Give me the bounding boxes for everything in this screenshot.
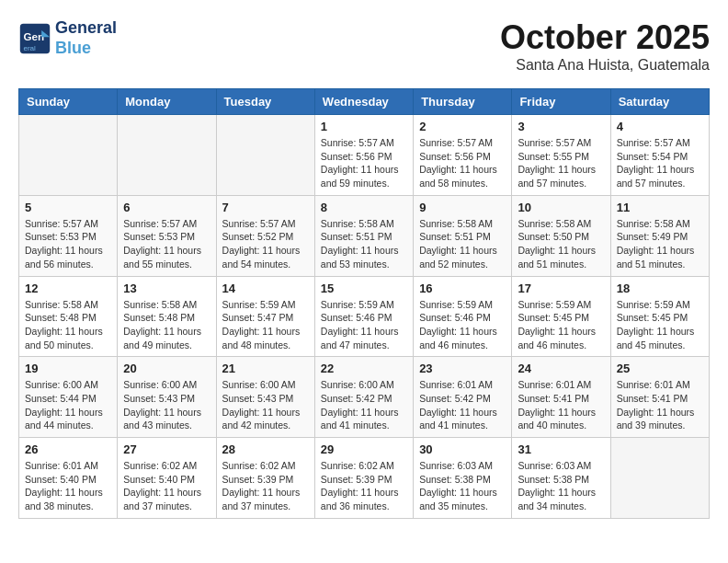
calendar-cell: 13Sunrise: 5:58 AMSunset: 5:48 PMDayligh…: [118, 276, 216, 357]
day-info: Sunrise: 5:59 AMSunset: 5:46 PMDaylight:…: [419, 298, 506, 352]
calendar-cell: 25Sunrise: 6:01 AMSunset: 5:41 PMDayligh…: [610, 357, 709, 438]
day-info: Sunrise: 6:03 AMSunset: 5:38 PMDaylight:…: [518, 459, 604, 513]
calendar-cell: 1Sunrise: 5:57 AMSunset: 5:56 PMDaylight…: [314, 115, 413, 196]
day-number: 28: [222, 442, 309, 456]
calendar-week-row: 19Sunrise: 6:00 AMSunset: 5:44 PMDayligh…: [19, 357, 710, 438]
calendar-cell: 21Sunrise: 6:00 AMSunset: 5:43 PMDayligh…: [216, 357, 314, 438]
day-info: Sunrise: 6:02 AMSunset: 5:39 PMDaylight:…: [222, 459, 309, 513]
logo-icon: Gen eral: [18, 22, 51, 55]
day-number: 13: [123, 282, 210, 295]
weekday-header: Sunday: [19, 89, 118, 115]
calendar-cell: [118, 115, 216, 196]
day-number: 31: [518, 442, 604, 456]
day-number: 18: [617, 282, 703, 295]
calendar-cell: 17Sunrise: 5:59 AMSunset: 5:45 PMDayligh…: [512, 276, 610, 357]
day-info: Sunrise: 5:59 AMSunset: 5:45 PMDaylight:…: [518, 298, 604, 352]
weekday-header: Thursday: [414, 89, 512, 115]
day-number: 25: [617, 362, 703, 375]
weekday-header: Friday: [512, 89, 610, 115]
day-number: 10: [518, 201, 604, 214]
day-info: Sunrise: 6:01 AMSunset: 5:42 PMDaylight:…: [419, 378, 506, 432]
calendar-cell: 8Sunrise: 5:58 AMSunset: 5:51 PMDaylight…: [314, 195, 413, 276]
location-subtitle: Santa Ana Huista, Guatemala: [500, 57, 710, 74]
day-number: 3: [518, 120, 604, 133]
svg-text:eral: eral: [23, 43, 36, 52]
calendar-cell: 30Sunrise: 6:03 AMSunset: 5:38 PMDayligh…: [414, 438, 512, 519]
day-number: 29: [321, 442, 407, 456]
weekday-header: Saturday: [610, 89, 709, 115]
calendar-week-row: 12Sunrise: 5:58 AMSunset: 5:48 PMDayligh…: [19, 276, 710, 357]
day-info: Sunrise: 6:03 AMSunset: 5:38 PMDaylight:…: [419, 459, 506, 513]
day-info: Sunrise: 5:57 AMSunset: 5:56 PMDaylight:…: [419, 136, 506, 190]
weekday-header: Wednesday: [314, 89, 413, 115]
day-info: Sunrise: 5:58 AMSunset: 5:48 PMDaylight:…: [25, 298, 111, 352]
day-info: Sunrise: 6:01 AMSunset: 5:41 PMDaylight:…: [518, 378, 604, 432]
day-info: Sunrise: 6:01 AMSunset: 5:40 PMDaylight:…: [25, 459, 111, 513]
day-info: Sunrise: 5:57 AMSunset: 5:54 PMDaylight:…: [617, 136, 703, 190]
day-number: 30: [419, 442, 506, 456]
day-number: 7: [222, 201, 309, 214]
day-info: Sunrise: 5:58 AMSunset: 5:51 PMDaylight:…: [419, 217, 506, 271]
day-number: 14: [222, 282, 309, 295]
logo-line1: General: [55, 18, 117, 39]
day-info: Sunrise: 6:02 AMSunset: 5:39 PMDaylight:…: [321, 459, 407, 513]
calendar-cell: 9Sunrise: 5:58 AMSunset: 5:51 PMDaylight…: [414, 195, 512, 276]
calendar-week-row: 1Sunrise: 5:57 AMSunset: 5:56 PMDaylight…: [19, 115, 710, 196]
calendar-cell: 3Sunrise: 5:57 AMSunset: 5:55 PMDaylight…: [512, 115, 610, 196]
day-info: Sunrise: 6:01 AMSunset: 5:41 PMDaylight:…: [617, 378, 703, 432]
day-number: 23: [419, 362, 506, 375]
day-info: Sunrise: 6:00 AMSunset: 5:44 PMDaylight:…: [25, 378, 111, 432]
calendar-cell: 16Sunrise: 5:59 AMSunset: 5:46 PMDayligh…: [414, 276, 512, 357]
day-info: Sunrise: 5:59 AMSunset: 5:47 PMDaylight:…: [222, 298, 309, 352]
day-number: 15: [321, 282, 407, 295]
calendar-cell: 20Sunrise: 6:00 AMSunset: 5:43 PMDayligh…: [118, 357, 216, 438]
day-info: Sunrise: 5:58 AMSunset: 5:49 PMDaylight:…: [617, 217, 703, 271]
calendar-cell: 2Sunrise: 5:57 AMSunset: 5:56 PMDaylight…: [414, 115, 512, 196]
weekday-row: SundayMondayTuesdayWednesdayThursdayFrid…: [19, 89, 710, 115]
day-number: 6: [123, 201, 210, 214]
day-number: 21: [222, 362, 309, 375]
day-number: 4: [617, 120, 703, 133]
calendar-cell: 23Sunrise: 6:01 AMSunset: 5:42 PMDayligh…: [414, 357, 512, 438]
day-info: Sunrise: 5:58 AMSunset: 5:50 PMDaylight:…: [518, 217, 604, 271]
calendar-cell: 14Sunrise: 5:59 AMSunset: 5:47 PMDayligh…: [216, 276, 314, 357]
calendar-cell: 15Sunrise: 5:59 AMSunset: 5:46 PMDayligh…: [314, 276, 413, 357]
calendar-cell: [19, 115, 118, 196]
day-number: 16: [419, 282, 506, 295]
day-info: Sunrise: 5:59 AMSunset: 5:46 PMDaylight:…: [321, 298, 407, 352]
day-info: Sunrise: 5:57 AMSunset: 5:53 PMDaylight:…: [25, 217, 111, 271]
calendar-cell: 5Sunrise: 5:57 AMSunset: 5:53 PMDaylight…: [19, 195, 118, 276]
page-header: Gen eral General Blue October 2025 Santa…: [18, 18, 710, 74]
calendar-cell: [216, 115, 314, 196]
calendar-body: 1Sunrise: 5:57 AMSunset: 5:56 PMDaylight…: [19, 115, 710, 519]
logo: Gen eral General Blue: [18, 18, 117, 58]
day-info: Sunrise: 6:00 AMSunset: 5:42 PMDaylight:…: [321, 378, 407, 432]
day-number: 24: [518, 362, 604, 375]
title-block: October 2025 Santa Ana Huista, Guatemala: [500, 18, 710, 74]
day-info: Sunrise: 6:00 AMSunset: 5:43 PMDaylight:…: [123, 378, 210, 432]
calendar-cell: 6Sunrise: 5:57 AMSunset: 5:53 PMDaylight…: [118, 195, 216, 276]
calendar-table: SundayMondayTuesdayWednesdayThursdayFrid…: [18, 88, 710, 519]
day-number: 11: [617, 201, 703, 214]
day-info: Sunrise: 5:57 AMSunset: 5:55 PMDaylight:…: [518, 136, 604, 190]
calendar-cell: 26Sunrise: 6:01 AMSunset: 5:40 PMDayligh…: [19, 438, 118, 519]
day-number: 19: [25, 362, 111, 375]
day-info: Sunrise: 5:57 AMSunset: 5:53 PMDaylight:…: [123, 217, 210, 271]
day-number: 26: [25, 442, 111, 456]
calendar-cell: 10Sunrise: 5:58 AMSunset: 5:50 PMDayligh…: [512, 195, 610, 276]
day-number: 27: [123, 442, 210, 456]
month-title: October 2025: [500, 18, 710, 57]
calendar-cell: 31Sunrise: 6:03 AMSunset: 5:38 PMDayligh…: [512, 438, 610, 519]
day-info: Sunrise: 5:57 AMSunset: 5:56 PMDaylight:…: [321, 136, 407, 190]
calendar-cell: 4Sunrise: 5:57 AMSunset: 5:54 PMDaylight…: [610, 115, 709, 196]
day-number: 5: [25, 201, 111, 214]
logo-line2: Blue: [55, 39, 117, 59]
day-number: 12: [25, 282, 111, 295]
calendar-cell: 7Sunrise: 5:57 AMSunset: 5:52 PMDaylight…: [216, 195, 314, 276]
weekday-header: Tuesday: [216, 89, 314, 115]
day-number: 1: [321, 120, 407, 133]
calendar-cell: 22Sunrise: 6:00 AMSunset: 5:42 PMDayligh…: [314, 357, 413, 438]
day-info: Sunrise: 5:58 AMSunset: 5:51 PMDaylight:…: [321, 217, 407, 271]
day-number: 17: [518, 282, 604, 295]
day-info: Sunrise: 6:02 AMSunset: 5:40 PMDaylight:…: [123, 459, 210, 513]
